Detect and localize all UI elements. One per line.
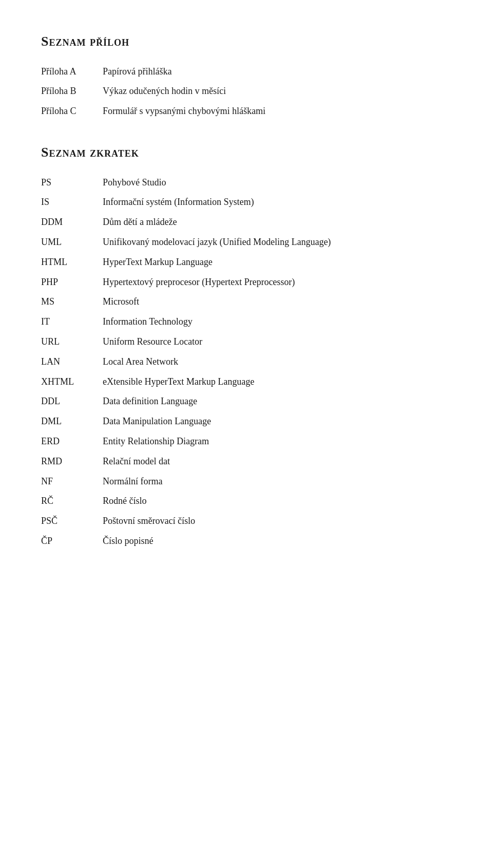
list-value: Výkaz odučených hodin v měsíci [103, 81, 452, 101]
abbr-item: MSMicrosoft [41, 292, 452, 312]
abbr-key: PHP [41, 272, 103, 292]
list-key: Příloha B [41, 81, 103, 101]
abbr-value: Information Technology [103, 312, 452, 332]
abbr-item: LANLocal Area Network [41, 352, 452, 372]
abbr-item: DMLData Manipulation Language [41, 411, 452, 431]
abbr-key: LAN [41, 352, 103, 372]
abbr-key: UML [41, 232, 103, 252]
seznam-zkratek-title: Seznam zkratek [41, 142, 452, 163]
abbr-value: Entity Relationship Diagram [103, 431, 452, 451]
abbr-value: HyperText Markup Language [103, 252, 452, 272]
abbr-value: Pohybové Studio [103, 173, 452, 193]
list-item: Příloha CFormulář s vypsanými chybovými … [41, 101, 452, 121]
abbr-key: ERD [41, 431, 103, 451]
abbr-key: RČ [41, 491, 103, 511]
abbr-item: RMDRelační model dat [41, 451, 452, 471]
abbr-value: Informační systém (Information System) [103, 192, 452, 212]
abbr-value: Local Area Network [103, 352, 452, 372]
abbr-item: PSPohybové Studio [41, 173, 452, 193]
abbr-item: XHTMLeXtensible HyperText Markup Languag… [41, 372, 452, 392]
abbr-key: PS [41, 173, 103, 193]
list-value: Papírová přihláška [103, 62, 452, 82]
abbr-key: DDM [41, 212, 103, 232]
abbr-item: ITInformation Technology [41, 312, 452, 332]
list-key: Příloha C [41, 101, 103, 121]
abbr-key: PSČ [41, 511, 103, 531]
abbr-item: DDLData definition Language [41, 391, 452, 411]
list-item: Příloha BVýkaz odučených hodin v měsíci [41, 81, 452, 101]
abbr-value: Microsoft [103, 292, 452, 312]
abbr-item: ISInformační systém (Information System) [41, 192, 452, 212]
abbr-key: HTML [41, 252, 103, 272]
list-key: Příloha A [41, 62, 103, 82]
abbr-value: Data Manipulation Language [103, 411, 452, 431]
abbr-value: Uniform Resource Locator [103, 332, 452, 352]
abbr-item: NFNormální forma [41, 471, 452, 492]
abbr-key: DDL [41, 391, 103, 411]
abbr-key: RMD [41, 451, 103, 471]
abbr-value: Unifikovaný modelovací jazyk (Unified Mo… [103, 232, 452, 252]
abbr-item: PSČPoštovní směrovací číslo [41, 511, 452, 531]
seznam-priloh-title: Seznam příloh [41, 31, 452, 52]
abbr-value: Data definition Language [103, 391, 452, 411]
abbr-value: Normální forma [103, 471, 452, 492]
list-item: Příloha APapírová přihláška [41, 62, 452, 82]
list-value: Formulář s vypsanými chybovými hláškami [103, 101, 452, 121]
abbr-item: ČPČíslo popisné [41, 531, 452, 551]
abbr-key: IT [41, 312, 103, 332]
abbr-item: RČRodné číslo [41, 491, 452, 511]
abbr-value: eXtensible HyperText Markup Language [103, 372, 452, 392]
abbr-key: URL [41, 332, 103, 352]
abbr-key: DML [41, 411, 103, 431]
abbr-item: PHPHypertextový preprocesor (Hypertext P… [41, 272, 452, 292]
abbr-key: NF [41, 471, 103, 492]
abbr-value: Relační model dat [103, 451, 452, 471]
abbr-value: Dům dětí a mládeže [103, 212, 452, 232]
abbr-value: Poštovní směrovací číslo [103, 511, 452, 531]
abbr-key: XHTML [41, 372, 103, 392]
abbr-item: DDMDům dětí a mládeže [41, 212, 452, 232]
abbr-key: MS [41, 292, 103, 312]
abbr-value: Číslo popisné [103, 531, 452, 551]
abbr-item: URLUniform Resource Locator [41, 332, 452, 352]
abbr-key: IS [41, 192, 103, 212]
abbr-key: ČP [41, 531, 103, 551]
seznam-priloh-table: Příloha APapírová přihláškaPříloha BVýka… [41, 62, 452, 121]
abbr-value: Hypertextový preprocesor (Hypertext Prep… [103, 272, 452, 292]
abbr-value: Rodné číslo [103, 491, 452, 511]
seznam-zkratek-table: PSPohybové StudioISInformační systém (In… [41, 173, 452, 551]
abbr-item: UMLUnifikovaný modelovací jazyk (Unified… [41, 232, 452, 252]
abbr-item: HTMLHyperText Markup Language [41, 252, 452, 272]
abbr-item: ERDEntity Relationship Diagram [41, 431, 452, 451]
